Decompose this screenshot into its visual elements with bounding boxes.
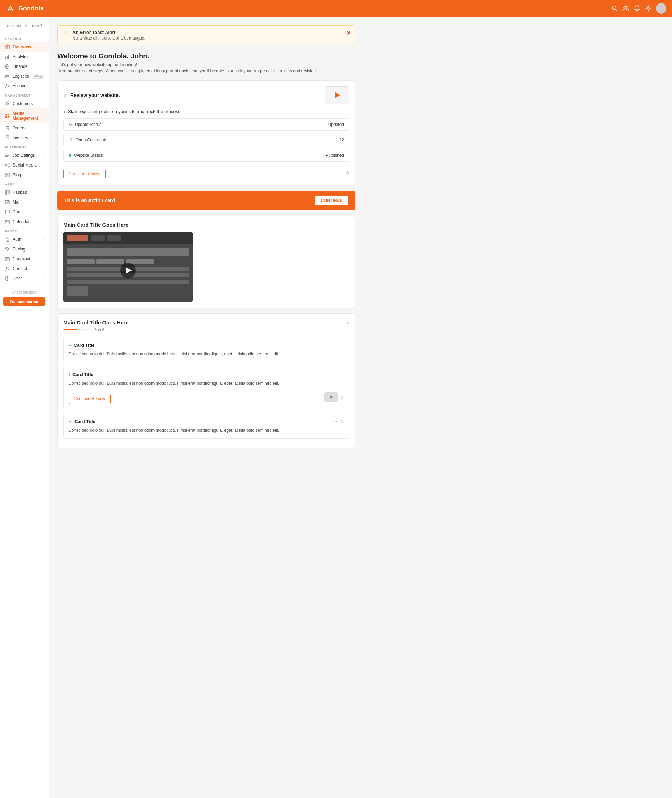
svg-rect-68 [67,279,189,284]
sidebar-item-auth[interactable]: Auth › [0,234,49,244]
tier-selector[interactable]: Your Tier: Premium ▾ [0,21,49,32]
grid-icon [5,113,10,118]
topnav: Gondola [0,0,672,17]
review-title: Review your website. [70,92,120,98]
chevron-blog: › [43,173,44,177]
sidebar-label-orders: Orders [13,126,26,130]
sidebar-item-blog[interactable]: Blog › [0,170,49,180]
sidebar-label-account: Account [13,83,28,88]
lock-icon [5,237,10,242]
chevron-jobs: › [43,154,44,157]
sub-card-2-play-button[interactable] [325,392,338,402]
sidebar-item-customers[interactable]: Customers › [0,99,49,109]
svg-rect-51 [6,259,7,260]
sidebar-label-media-management: Media Management [13,111,40,121]
video-thumbnail [63,232,193,302]
sidebar-item-checkout[interactable]: Checkout [0,254,49,264]
sidebar-label-customers: Customers [13,101,33,106]
welcome-subtitle: Let's get your new website up and runnin… [58,62,355,67]
svg-rect-49 [5,258,10,261]
video-card: Main Card Title Goes Here [58,216,355,308]
svg-rect-63 [67,259,95,264]
sub-card-3: ✏ Card Title ··· ∨ Donec sed odio dui. D… [63,413,349,439]
documentation-button[interactable]: Documentation [3,297,45,306]
chevron-error: › [43,277,44,280]
svg-rect-40 [8,190,10,194]
sidebar-label-calendar: Calendar [13,220,30,224]
svg-point-4 [647,7,649,10]
sub-card-1-body: Donec sed odio dui. Duis mollis, est non… [69,351,344,357]
bell-icon[interactable] [634,5,640,12]
svg-point-22 [8,130,9,130]
video-card-title: Main Card Title Goes Here [63,222,349,228]
sidebar-label-mail: Mail [13,200,20,205]
chevron-customers: › [43,102,44,105]
sub-card-1-menu[interactable]: ··· [338,342,344,348]
svg-rect-39 [6,190,8,193]
kanban-icon [5,190,10,195]
sidebar-item-overview[interactable]: Overview [0,42,49,52]
sidebar-item-calendar[interactable]: Calendar [0,217,49,227]
svg-rect-64 [96,259,125,264]
sidebar-item-logistics[interactable]: Logistics Chip [0,71,49,81]
brand-name: Gondola [18,5,44,12]
svg-point-30 [8,163,10,164]
cart-icon [5,126,10,130]
svg-rect-38 [5,190,6,194]
home-icon [5,45,10,49]
action-continue-button[interactable]: CONTINUE [315,195,348,205]
screen-icon: 🖥 [69,138,73,143]
sidebar-label-overview: Overview [13,45,31,49]
sidebar-item-orders[interactable]: Orders › [0,123,49,133]
info-circle-icon: ℹ [63,109,65,114]
sidebar-item-kanban[interactable]: Kanban [0,187,49,197]
sub-card-3-menu[interactable]: ··· [332,418,338,425]
collapse-review-button[interactable]: ∧ [346,169,349,175]
toast-close-button[interactable]: ✕ [346,30,351,36]
sidebar-label-kanban: Kanban [13,190,27,195]
sidebar-item-analytics[interactable]: Analytics [0,52,49,62]
sidebar-item-error[interactable]: Error › [0,274,49,284]
globe-icon [5,64,10,69]
sub-card-3-collapse[interactable]: ∨ [341,418,344,424]
users-icon[interactable] [622,5,629,12]
sidebar-item-invoices[interactable]: Invoices › [0,133,49,143]
review-play-button[interactable] [325,87,349,104]
svg-rect-18 [8,114,9,115]
svg-rect-35 [5,173,10,177]
sidebar-item-social-media[interactable]: Social Media › [0,160,49,170]
sidebar-item-job-listings[interactable]: Job Listings › [0,151,49,160]
search-icon[interactable] [611,5,618,12]
sidebar-label-chat: Chat [13,210,21,215]
sub-card-2-menu[interactable]: ··· [338,371,344,378]
brand-logo[interactable]: Gondola [6,3,44,13]
share-icon [5,163,10,168]
user-avatar[interactable] [656,3,666,14]
sub-card-2-continue-button[interactable]: Continue Review [69,394,111,404]
sidebar-item-account[interactable]: Account [0,81,49,91]
update-status-row: ↻ Update Status: Updated [63,118,349,131]
sidebar-item-chat[interactable]: Chat [0,207,49,217]
svg-rect-59 [91,235,104,241]
sidebar-label-auth: Auth [13,237,21,242]
chart-icon [5,54,10,59]
sidebar-item-finance[interactable]: Finance [0,62,49,71]
svg-point-31 [5,164,6,166]
sidebar-item-mail[interactable]: Mail [0,197,49,207]
sub-card-2-collapse[interactable]: ∧ [341,394,344,400]
settings-icon[interactable] [645,5,652,12]
svg-rect-8 [6,56,8,59]
sub-card-2-title: Card Title [72,372,93,377]
sidebar-item-media-management[interactable]: Media Management › [0,109,49,123]
sidebar-item-pricing[interactable]: Pricing [0,244,49,254]
sub-card-2: ℹ Card Title ··· Donec sed odio dui. Dui… [63,366,349,409]
toast-title: An Error Toast Alert [72,30,146,35]
svg-point-48 [6,248,7,249]
sidebar-item-contact[interactable]: Contact [0,264,49,274]
collapse-expand-button[interactable]: ∧ [346,320,349,325]
refresh-icon: ↻ [69,122,72,127]
action-card: This is an Action card CONTINUE [58,191,355,210]
svg-line-34 [6,165,8,167]
continue-review-button[interactable]: Continue Review [63,168,106,179]
video-container[interactable] [63,232,193,302]
